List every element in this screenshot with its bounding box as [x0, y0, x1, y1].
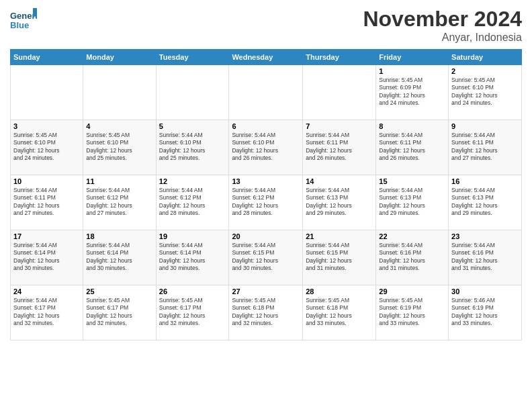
day-number: 30 — [451, 287, 519, 295]
day-info: Sunrise: 5:44 AM Sunset: 6:14 PM Dayligh… — [13, 242, 80, 273]
day-number: 21 — [306, 232, 373, 240]
calendar-cell: 27Sunrise: 5:45 AM Sunset: 6:18 PM Dayli… — [229, 285, 303, 340]
day-info: Sunrise: 5:44 AM Sunset: 6:16 PM Dayligh… — [379, 242, 445, 273]
calendar-week-2: 3Sunrise: 5:45 AM Sunset: 6:10 PM Daylig… — [11, 120, 522, 175]
calendar-cell: 18Sunrise: 5:44 AM Sunset: 6:14 PM Dayli… — [83, 230, 156, 285]
main-title: November 2024 — [363, 7, 522, 32]
calendar-cell — [229, 65, 303, 120]
day-info: Sunrise: 5:44 AM Sunset: 6:10 PM Dayligh… — [159, 132, 226, 163]
day-number: 26 — [159, 287, 226, 295]
day-info: Sunrise: 5:44 AM Sunset: 6:13 PM Dayligh… — [451, 187, 519, 218]
logo: General Blue — [10, 7, 37, 34]
day-info: Sunrise: 5:45 AM Sunset: 6:17 PM Dayligh… — [159, 297, 226, 328]
calendar-header-row: Sunday Monday Tuesday Wednesday Thursday… — [11, 50, 522, 65]
calendar-cell: 8Sunrise: 5:44 AM Sunset: 6:11 PM Daylig… — [376, 120, 449, 175]
day-info: Sunrise: 5:44 AM Sunset: 6:14 PM Dayligh… — [159, 242, 226, 273]
day-number: 3 — [13, 122, 80, 130]
logo-icon: General Blue — [10, 7, 37, 34]
calendar-cell: 28Sunrise: 5:45 AM Sunset: 6:18 PM Dayli… — [303, 285, 376, 340]
day-number: 16 — [451, 177, 519, 185]
calendar-cell — [11, 65, 83, 120]
day-info: Sunrise: 5:45 AM Sunset: 6:09 PM Dayligh… — [379, 77, 445, 107]
calendar-week-4: 17Sunrise: 5:44 AM Sunset: 6:14 PM Dayli… — [11, 230, 522, 285]
calendar-cell — [83, 65, 156, 120]
calendar-cell: 4Sunrise: 5:45 AM Sunset: 6:10 PM Daylig… — [83, 120, 156, 175]
day-number: 15 — [379, 177, 445, 185]
header-thursday: Thursday — [303, 50, 376, 65]
day-number: 19 — [159, 232, 226, 240]
day-number: 28 — [306, 287, 373, 295]
calendar-cell: 9Sunrise: 5:44 AM Sunset: 6:11 PM Daylig… — [449, 120, 522, 175]
day-number: 13 — [232, 177, 300, 185]
day-info: Sunrise: 5:44 AM Sunset: 6:12 PM Dayligh… — [232, 187, 300, 218]
calendar-cell: 12Sunrise: 5:44 AM Sunset: 6:12 PM Dayli… — [156, 175, 229, 230]
day-info: Sunrise: 5:45 AM Sunset: 6:18 PM Dayligh… — [232, 297, 300, 328]
calendar-cell: 3Sunrise: 5:45 AM Sunset: 6:10 PM Daylig… — [11, 120, 83, 175]
title-section: November 2024 Anyar, Indonesia — [363, 7, 522, 44]
header-wednesday: Wednesday — [229, 50, 303, 65]
calendar-week-5: 24Sunrise: 5:44 AM Sunset: 6:17 PM Dayli… — [11, 285, 522, 340]
calendar-cell: 2Sunrise: 5:45 AM Sunset: 6:10 PM Daylig… — [449, 65, 522, 120]
page-container: General Blue November 2024 Anyar, Indone… — [0, 0, 532, 347]
day-info: Sunrise: 5:44 AM Sunset: 6:11 PM Dayligh… — [306, 132, 373, 163]
day-info: Sunrise: 5:44 AM Sunset: 6:17 PM Dayligh… — [13, 297, 80, 328]
calendar-cell: 6Sunrise: 5:44 AM Sunset: 6:10 PM Daylig… — [229, 120, 303, 175]
day-number: 27 — [232, 287, 300, 295]
day-number: 6 — [232, 122, 300, 130]
day-info: Sunrise: 5:45 AM Sunset: 6:10 PM Dayligh… — [86, 132, 152, 163]
calendar-cell: 17Sunrise: 5:44 AM Sunset: 6:14 PM Dayli… — [11, 230, 83, 285]
day-info: Sunrise: 5:44 AM Sunset: 6:13 PM Dayligh… — [306, 187, 373, 218]
day-number: 17 — [13, 232, 80, 240]
day-info: Sunrise: 5:44 AM Sunset: 6:12 PM Dayligh… — [86, 187, 152, 218]
day-number: 14 — [306, 177, 373, 185]
calendar-cell: 7Sunrise: 5:44 AM Sunset: 6:11 PM Daylig… — [303, 120, 376, 175]
day-number: 4 — [86, 122, 152, 130]
calendar-cell: 5Sunrise: 5:44 AM Sunset: 6:10 PM Daylig… — [156, 120, 229, 175]
day-number: 20 — [232, 232, 300, 240]
calendar-cell: 16Sunrise: 5:44 AM Sunset: 6:13 PM Dayli… — [449, 175, 522, 230]
svg-text:Blue: Blue — [10, 20, 29, 30]
calendar-cell: 29Sunrise: 5:45 AM Sunset: 6:19 PM Dayli… — [376, 285, 449, 340]
day-info: Sunrise: 5:45 AM Sunset: 6:19 PM Dayligh… — [379, 297, 445, 328]
calendar-cell: 21Sunrise: 5:44 AM Sunset: 6:15 PM Dayli… — [303, 230, 376, 285]
day-number: 29 — [379, 287, 445, 295]
day-info: Sunrise: 5:45 AM Sunset: 6:10 PM Dayligh… — [13, 132, 80, 163]
calendar-cell: 30Sunrise: 5:46 AM Sunset: 6:19 PM Dayli… — [449, 285, 522, 340]
header-tuesday: Tuesday — [156, 50, 229, 65]
day-info: Sunrise: 5:44 AM Sunset: 6:12 PM Dayligh… — [159, 187, 226, 218]
day-info: Sunrise: 5:45 AM Sunset: 6:10 PM Dayligh… — [451, 77, 519, 107]
day-info: Sunrise: 5:44 AM Sunset: 6:14 PM Dayligh… — [86, 242, 152, 273]
calendar-cell — [303, 65, 376, 120]
day-info: Sunrise: 5:45 AM Sunset: 6:17 PM Dayligh… — [86, 297, 152, 328]
day-number: 24 — [13, 287, 80, 295]
day-info: Sunrise: 5:44 AM Sunset: 6:11 PM Dayligh… — [451, 132, 519, 163]
calendar-cell: 25Sunrise: 5:45 AM Sunset: 6:17 PM Dayli… — [83, 285, 156, 340]
header-monday: Monday — [83, 50, 156, 65]
day-info: Sunrise: 5:44 AM Sunset: 6:16 PM Dayligh… — [451, 242, 519, 273]
calendar-cell: 23Sunrise: 5:44 AM Sunset: 6:16 PM Dayli… — [449, 230, 522, 285]
header-friday: Friday — [376, 50, 449, 65]
calendar-cell: 24Sunrise: 5:44 AM Sunset: 6:17 PM Dayli… — [11, 285, 83, 340]
calendar-cell: 15Sunrise: 5:44 AM Sunset: 6:13 PM Dayli… — [376, 175, 449, 230]
day-number: 10 — [13, 177, 80, 185]
day-number: 22 — [379, 232, 445, 240]
header: General Blue November 2024 Anyar, Indone… — [10, 7, 522, 44]
calendar-cell: 1Sunrise: 5:45 AM Sunset: 6:09 PM Daylig… — [376, 65, 449, 120]
day-number: 11 — [86, 177, 152, 185]
day-info: Sunrise: 5:44 AM Sunset: 6:11 PM Dayligh… — [13, 187, 80, 218]
day-info: Sunrise: 5:44 AM Sunset: 6:13 PM Dayligh… — [379, 187, 445, 218]
day-number: 12 — [159, 177, 226, 185]
calendar-week-3: 10Sunrise: 5:44 AM Sunset: 6:11 PM Dayli… — [11, 175, 522, 230]
day-number: 23 — [451, 232, 519, 240]
day-number: 1 — [379, 67, 445, 75]
calendar-table: Sunday Monday Tuesday Wednesday Thursday… — [10, 49, 522, 340]
day-info: Sunrise: 5:44 AM Sunset: 6:15 PM Dayligh… — [232, 242, 300, 273]
calendar-cell: 26Sunrise: 5:45 AM Sunset: 6:17 PM Dayli… — [156, 285, 229, 340]
day-info: Sunrise: 5:46 AM Sunset: 6:19 PM Dayligh… — [451, 297, 519, 328]
header-sunday: Sunday — [11, 50, 83, 65]
calendar-cell: 22Sunrise: 5:44 AM Sunset: 6:16 PM Dayli… — [376, 230, 449, 285]
day-number: 9 — [451, 122, 519, 130]
calendar-cell: 19Sunrise: 5:44 AM Sunset: 6:14 PM Dayli… — [156, 230, 229, 285]
day-number: 5 — [159, 122, 226, 130]
day-info: Sunrise: 5:44 AM Sunset: 6:10 PM Dayligh… — [232, 132, 300, 163]
